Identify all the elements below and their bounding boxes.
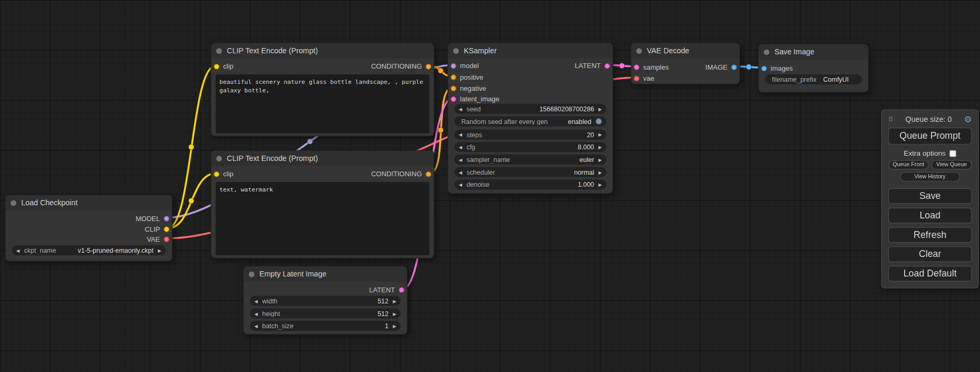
node-title: CLIP Text Encode (Prompt) <box>227 154 318 163</box>
arrow-right-icon[interactable]: ▶ <box>598 170 601 174</box>
wire-midpoint-dot[interactable] <box>188 144 194 150</box>
node-clip-text-encode-negative[interactable]: CLIP Text Encode (Prompt) clip CONDITION… <box>211 150 434 259</box>
arrow-right-icon[interactable]: ▶ <box>598 157 601 161</box>
slot-label: MODEL <box>135 215 160 222</box>
arrow-left-icon[interactable]: ◀ <box>255 324 258 328</box>
node-title-bar[interactable]: CLIP Text Encode (Prompt) <box>211 151 434 166</box>
wire-midpoint-dot[interactable] <box>746 64 752 70</box>
port-clip-output[interactable] <box>164 226 170 232</box>
node-title-bar[interactable]: VAE Decode <box>631 43 739 58</box>
load-default-button[interactable]: Load Default <box>888 266 972 282</box>
node-title-bar[interactable]: CLIP Text Encode (Prompt) <box>211 43 434 58</box>
port-latent-output[interactable] <box>604 63 610 69</box>
node-clip-text-encode-positive[interactable]: CLIP Text Encode (Prompt) clip CONDITION… <box>211 43 434 137</box>
prompt-textarea[interactable]: beautiful scenery nature glass bottle la… <box>216 74 429 133</box>
widget-width[interactable]: ◀ width 512 ▶ <box>250 296 401 306</box>
arrow-right-icon[interactable]: ▶ <box>393 324 396 328</box>
widget-label: batch_size <box>262 322 385 330</box>
widget-filename-prefix[interactable]: filename_prefix ComfyUI <box>765 74 862 84</box>
slot-model-output: MODEL <box>135 214 172 223</box>
port-samples-input[interactable] <box>634 64 639 70</box>
port-positive-input[interactable] <box>451 74 457 80</box>
toggle-dot-icon[interactable] <box>596 118 602 125</box>
widget-label: sampler_name <box>467 156 579 163</box>
port-images-input[interactable] <box>761 65 767 71</box>
port-model-output[interactable] <box>164 215 170 221</box>
port-vae-input[interactable] <box>634 75 639 81</box>
port-latent-image-input[interactable] <box>451 96 457 102</box>
widget-seed[interactable]: ◀ seed 156680208700286 ▶ <box>454 104 606 114</box>
collapse-dot-icon[interactable] <box>636 48 642 54</box>
arrow-left-icon[interactable]: ◀ <box>459 170 462 174</box>
arrow-left-icon[interactable]: ◀ <box>255 299 258 303</box>
port-conditioning-output[interactable] <box>425 171 431 177</box>
wire-midpoint-dot[interactable] <box>619 63 625 69</box>
collapse-dot-icon[interactable] <box>11 200 16 206</box>
widget-sampler-name[interactable]: ◀ sampler_name euler ▶ <box>454 155 606 165</box>
widget-denoise[interactable]: ◀ denoise 1.000 ▶ <box>454 179 606 189</box>
view-queue-button[interactable]: View Queue <box>932 160 972 170</box>
arrow-right-icon[interactable]: ▶ <box>598 183 601 187</box>
arrow-left-icon[interactable]: ◀ <box>16 248 20 252</box>
arrow-right-icon[interactable]: ▶ <box>393 299 396 303</box>
arrow-left-icon[interactable]: ◀ <box>459 107 462 111</box>
node-title-bar[interactable]: Load Checkpoint <box>6 195 172 210</box>
collapse-dot-icon[interactable] <box>453 48 459 54</box>
arrow-left-icon[interactable]: ◀ <box>459 145 462 149</box>
node-save-image[interactable]: Save Image images filename_prefix ComfyU… <box>758 44 869 92</box>
graph-canvas[interactable]: Load Checkpoint MODEL CLIP VAE ◀ ckpt_na… <box>0 0 980 372</box>
node-title-bar[interactable]: Empty Latent Image <box>244 266 406 281</box>
refresh-button[interactable]: Refresh <box>888 227 972 243</box>
port-latent-output[interactable] <box>399 287 404 293</box>
arrow-left-icon[interactable]: ◀ <box>459 157 462 161</box>
node-empty-latent-image[interactable]: Empty Latent Image LATENT ◀ width 512 ▶ … <box>243 266 407 335</box>
widget-ckpt-name[interactable]: ◀ ckpt_name v1-5-pruned-emaonly.ckpt ▶ <box>12 245 166 255</box>
collapse-dot-icon[interactable] <box>764 49 770 55</box>
arrow-left-icon[interactable]: ◀ <box>459 132 462 137</box>
arrow-right-icon[interactable]: ▶ <box>393 311 396 316</box>
port-vae-output[interactable] <box>164 236 170 242</box>
port-clip-input[interactable] <box>214 63 219 69</box>
widget-batch-size[interactable]: ◀ batch_size 1 ▶ <box>250 321 401 331</box>
extra-options-checkbox[interactable] <box>949 150 956 157</box>
port-image-output[interactable] <box>731 64 737 70</box>
gear-icon[interactable]: ⚙ <box>964 115 972 125</box>
arrow-right-icon[interactable]: ▶ <box>598 145 601 149</box>
collapse-dot-icon[interactable] <box>216 48 222 54</box>
node-vae-decode[interactable]: VAE Decode samples vae IMAGE <box>630 43 740 84</box>
wire-midpoint-dot[interactable] <box>438 127 444 133</box>
arrow-left-icon[interactable]: ◀ <box>459 183 462 187</box>
queue-prompt-button[interactable]: Queue Prompt <box>888 128 972 145</box>
collapse-dot-icon[interactable] <box>249 271 255 277</box>
slot-latent-output: LATENT <box>369 285 407 294</box>
arrow-right-icon[interactable]: ▶ <box>158 248 161 252</box>
node-ksampler[interactable]: KSampler model positive negative latent_… <box>448 43 613 194</box>
prompt-textarea[interactable]: text, watermark <box>216 182 429 255</box>
arrow-left-icon[interactable]: ◀ <box>255 311 258 316</box>
widget-steps[interactable]: ◀ steps 20 ▶ <box>454 129 606 139</box>
save-button[interactable]: Save <box>888 188 972 204</box>
node-load-checkpoint[interactable]: Load Checkpoint MODEL CLIP VAE ◀ ckpt_na… <box>5 195 172 262</box>
port-conditioning-output[interactable] <box>425 63 431 69</box>
wire-midpoint-dot[interactable] <box>307 139 313 145</box>
widget-cfg[interactable]: ◀ cfg 8.000 ▶ <box>454 142 606 152</box>
widget-height[interactable]: ◀ height 512 ▶ <box>250 309 401 319</box>
clear-button[interactable]: Clear <box>888 246 972 262</box>
load-button[interactable]: Load <box>888 208 972 224</box>
drag-handle-icon[interactable]: ⠿ <box>888 116 894 123</box>
wire-midpoint-dot[interactable] <box>438 68 444 74</box>
arrow-right-icon[interactable]: ▶ <box>598 132 601 137</box>
arrow-right-icon[interactable]: ▶ <box>598 107 601 111</box>
port-model-input[interactable] <box>451 63 457 69</box>
port-clip-input[interactable] <box>214 171 219 177</box>
widget-random-seed[interactable]: Random seed after every gen enabled <box>454 117 606 127</box>
node-title-bar[interactable]: KSampler <box>448 43 613 58</box>
node-title: Load Checkpoint <box>21 198 77 207</box>
node-title-bar[interactable]: Save Image <box>759 44 868 59</box>
queue-front-button[interactable]: Queue Front <box>888 160 929 170</box>
collapse-dot-icon[interactable] <box>216 156 222 161</box>
wire-midpoint-dot[interactable] <box>188 198 194 204</box>
view-history-button[interactable]: View History <box>900 172 960 182</box>
port-negative-input[interactable] <box>451 85 457 91</box>
widget-scheduler[interactable]: ◀ scheduler normal ▶ <box>454 167 606 177</box>
